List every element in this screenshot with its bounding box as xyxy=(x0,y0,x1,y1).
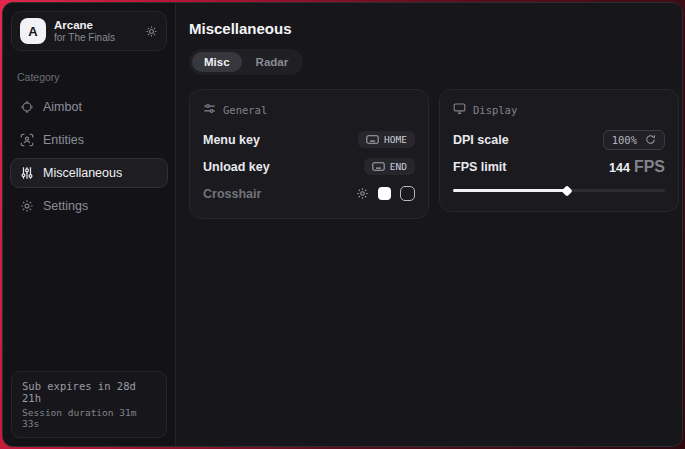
menu-key-row: Menu key HOME xyxy=(203,128,415,151)
sidebar-item-miscellaneous[interactable]: Miscellaneous xyxy=(10,158,168,188)
sidebar-item-label: Settings xyxy=(43,199,88,213)
display-panel: Display DPI scale 100% FPS limit xyxy=(439,89,679,212)
sidebar-nav: Aimbot Entities xyxy=(3,89,175,224)
keyboard-icon xyxy=(372,161,385,172)
monitor-icon xyxy=(453,102,466,117)
sliders-icon xyxy=(20,166,34,180)
crosshair-row: Crosshair xyxy=(203,182,415,205)
display-panel-title: Display xyxy=(473,104,517,116)
brand-card: A Arcane for The Finals xyxy=(11,11,167,51)
brand-logo: A xyxy=(20,18,46,44)
sidebar-spacer xyxy=(3,224,175,363)
sidebar-item-label: Entities xyxy=(43,133,84,147)
brand-text: Arcane for The Finals xyxy=(54,19,137,43)
app-window: A Arcane for The Finals Category xyxy=(2,2,683,447)
fps-limit-value-group: 144FPS xyxy=(609,158,665,176)
brand-logo-letter: A xyxy=(28,24,37,39)
fps-slider-fill xyxy=(453,189,567,192)
person-scan-icon xyxy=(20,133,34,147)
dpi-scale-select[interactable]: 100% xyxy=(603,130,665,150)
menu-key-label: Menu key xyxy=(203,133,260,147)
fps-limit-slider[interactable] xyxy=(453,183,665,198)
sidebar-item-aimbot[interactable]: Aimbot xyxy=(10,92,168,122)
crosshair-controls xyxy=(356,186,415,201)
crosshair-settings-gear-icon[interactable] xyxy=(356,187,369,200)
session-duration-text: Session duration 31m 33s xyxy=(22,407,156,429)
crosshair-color-swatch[interactable] xyxy=(378,187,391,200)
crosshair-label: Crosshair xyxy=(203,187,261,201)
sync-gear-icon[interactable] xyxy=(145,25,158,38)
crosshair-checkbox[interactable] xyxy=(400,186,415,201)
unload-key-label: Unload key xyxy=(203,160,270,174)
unload-key-row: Unload key END xyxy=(203,155,415,178)
refresh-icon xyxy=(645,134,656,145)
sidebar-item-label: Miscellaneous xyxy=(43,166,122,180)
category-label: Category xyxy=(17,71,161,83)
red-game-backdrop: { "sidebar": { "brand": { "logo_letter":… xyxy=(0,0,685,449)
panels-row: General Menu key HOME Unload key xyxy=(189,89,679,219)
dpi-scale-row: DPI scale 100% xyxy=(453,128,665,151)
main-content: Miscellaneous Misc Radar General xyxy=(176,3,683,446)
menu-key-button[interactable]: HOME xyxy=(358,131,415,148)
keyboard-icon xyxy=(366,134,379,145)
gear-icon xyxy=(20,199,34,213)
sidebar-item-entities[interactable]: Entities xyxy=(10,125,168,155)
dpi-scale-value: 100% xyxy=(612,134,637,146)
sidebar: A Arcane for The Finals Category xyxy=(3,3,176,446)
unload-key-button[interactable]: END xyxy=(364,158,415,175)
tab-bar: Misc Radar xyxy=(189,49,303,75)
sliders-horizontal-icon xyxy=(203,102,216,117)
sidebar-item-label: Aimbot xyxy=(43,100,82,114)
brand-title: Arcane xyxy=(54,19,137,31)
fps-limit-row: FPS limit 144FPS xyxy=(453,155,665,178)
general-panel: General Menu key HOME Unload key xyxy=(189,89,429,219)
page-title: Miscellaneous xyxy=(189,20,679,37)
fps-slider-handle[interactable] xyxy=(562,185,573,196)
subscription-box: Sub expires in 28d 21h Session duration … xyxy=(11,371,167,438)
display-panel-header: Display xyxy=(453,100,665,124)
general-panel-title: General xyxy=(223,104,267,116)
fps-limit-value: 144 xyxy=(609,161,630,175)
crosshair-icon xyxy=(20,100,34,114)
fps-limit-unit: FPS xyxy=(634,158,665,175)
dpi-scale-label: DPI scale xyxy=(453,133,509,147)
brand-subtitle: for The Finals xyxy=(54,32,137,43)
fps-limit-label: FPS limit xyxy=(453,160,506,174)
menu-key-value: HOME xyxy=(384,134,407,145)
sub-expiry-text: Sub expires in 28d 21h xyxy=(22,380,156,404)
sidebar-item-settings[interactable]: Settings xyxy=(10,191,168,221)
general-panel-header: General xyxy=(203,100,415,124)
tab-radar[interactable]: Radar xyxy=(244,52,301,72)
unload-key-value: END xyxy=(390,161,407,172)
tab-misc[interactable]: Misc xyxy=(192,52,242,72)
